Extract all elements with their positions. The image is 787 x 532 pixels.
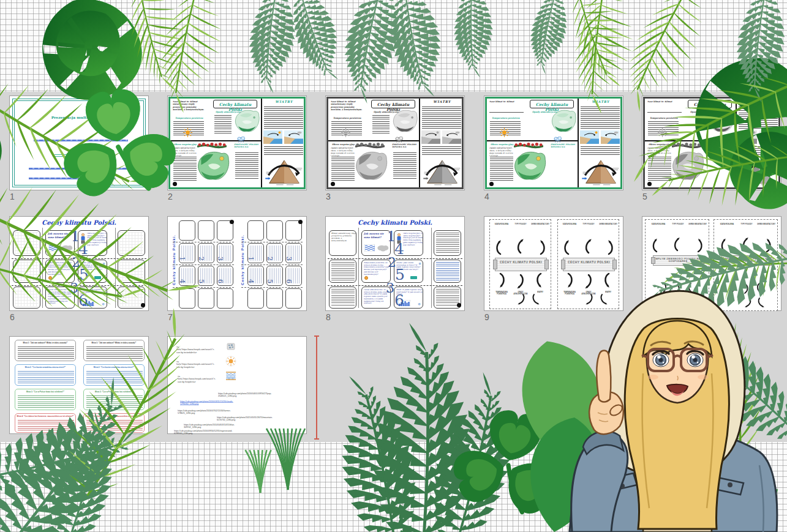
divider [115, 228, 116, 308]
globe-pixel-icon [227, 343, 235, 350]
foehn-wind-mountain-diagram [265, 156, 304, 187]
rain-cloud-icon [711, 137, 722, 143]
asia-map-icon [61, 244, 73, 252]
slide-number-8: 8 [326, 312, 331, 322]
curved-arrows [714, 220, 778, 312]
mini-card [179, 288, 195, 309]
slide-thumbnail-1[interactable]: Prezentacja multimedialna [9, 96, 149, 190]
blank-line [647, 110, 682, 113]
text-lines [173, 157, 197, 181]
mini-card: 5 [198, 266, 214, 286]
sun-icon [500, 128, 509, 137]
mission-box-4b: Misja 4: "Czy dobrze być farmerem, naucz… [83, 413, 145, 433]
answer-card [434, 260, 461, 283]
card-number: 2 [197, 257, 205, 261]
hyperlink-line[interactable] [29, 178, 116, 179]
text-lines [422, 107, 461, 129]
answer-card [434, 230, 461, 256]
slide-number-6: 6 [10, 312, 15, 322]
cut-line [328, 285, 462, 286]
mission-box-3: Misja 3: "Czy w Polsce łatwo być rolniki… [15, 389, 76, 410]
cut-dot-icon [647, 182, 652, 186]
section-temperatura: Temperatura powietrza [492, 116, 524, 119]
okres-text: OKRES WEGETACYJNY - okres, w którym rośl… [173, 147, 197, 157]
section-wiatry: WIATRY [579, 100, 623, 104]
section-wiatry: WIATRY [737, 100, 781, 104]
mini-card [198, 288, 214, 309]
text-lines [393, 152, 416, 179]
slide-thumbnail-9[interactable]: SZATA ROŚLINNA TYPY POGODY OKRES WEGETAC… [484, 216, 623, 311]
waves-icon [364, 244, 375, 252]
sea-breeze-diagram-day [263, 130, 282, 144]
slide-thumbnail-11[interactable]: Misja 1: "Jak tam wakacje? Widać że dobr… [9, 336, 149, 434]
credit-line: https://cdn.pixabay.com/photo/2016/07/02… [178, 409, 218, 414]
card-number: 3 [216, 257, 224, 261]
sea-breeze-diagram-night [601, 130, 620, 144]
title-slide-frame: Prezentacja multimedialna [12, 99, 146, 187]
presentation-title: Prezentacja multimedialna [13, 115, 145, 119]
rain-cloud-icon [553, 137, 564, 143]
slide-thumbnail-3[interactable]: Nasz klimat to: Klimat umiarkowany ciepł… [325, 96, 465, 190]
slide-thumbnail-7[interactable]: Cechy klimatu Polski.123456 Cechy klimat… [167, 216, 307, 311]
slide-thumbnail-2[interactable]: Nasz klimat to: Klimat umiarkowany ciepł… [167, 96, 307, 190]
sun-credit-icon [225, 356, 236, 367]
slide-thumbnail-10[interactable]: SZATA ROŚLINNA TYPY POGODY OKRES WEGETAC… [642, 216, 781, 311]
credit-line: <a href="https://www.freepik.com/search"… [178, 375, 217, 383]
flowers-strip [355, 142, 385, 149]
mission-box-4: Misja 4: "Czy dobrze być farmerem, naucz… [15, 413, 76, 433]
teal-tag-icon [410, 276, 417, 279]
text-lines [214, 115, 232, 135]
mini-card [179, 220, 195, 241]
card-number: 3 [70, 280, 78, 296]
mini-card: 1 [247, 243, 264, 263]
mini-card: 4 [247, 266, 264, 286]
divider [42, 228, 43, 308]
slide-number-1: 1 [10, 192, 15, 201]
mission-box-1: Misja 1: "Jak tam wakacje? Widać że dobr… [15, 340, 76, 361]
answer-card [329, 260, 356, 283]
okres-text: OKRES WEGETACYJNY - okres, w którym rośl… [331, 147, 355, 157]
mindmap-panel: SZATA ROŚLINNA TYPY POGODY OKRES WEGETAC… [557, 219, 619, 309]
text-lines [581, 146, 620, 155]
slide-thumbnail-6[interactable]: Cechy klimatu Polski. Klimat umiarkowany… [9, 216, 149, 311]
answer-card: Klimat umiarkowany ciepły przejściowy po… [13, 230, 40, 256]
scroll-position-marker[interactable] [316, 336, 317, 439]
card-number: 6 [394, 291, 404, 309]
section-zmiennosc: ZMIENNOŚĆ POGODY WPŁYWA NA: [392, 143, 418, 148]
slide-thumbnail-5[interactable]: Nasz klimat to: Klimat umiarkowany ciepł… [642, 96, 781, 190]
mini-card: 4 [179, 266, 195, 286]
credit-line: <a href="https://www.freepik.com/search"… [176, 345, 216, 354]
text-lines [264, 107, 303, 129]
answer-card: Klimat umiarkowany ciepły przejściowy po… [329, 230, 356, 256]
poland-map-precipitation [707, 107, 735, 138]
mini-card: 2 [198, 243, 214, 263]
climate-intro-text: Nasz klimat to: Klimat umiarkowany ciepł… [331, 100, 365, 111]
sea-breeze-diagram-day [738, 130, 757, 144]
slide-thumbnail-4[interactable]: Nasz klimat to: Klimat umiarkowany ciepł… [484, 96, 623, 190]
hyperlink-line[interactable] [34, 140, 128, 141]
mission-box-2: Misja 2: "Czy bocian prawdziwą wiosnę ni… [15, 364, 76, 386]
foldable-cards-half: Cechy klimatu Polski.123456 [240, 219, 304, 312]
slide-thumbnail-8[interactable]: Cechy klimatu Polski. Klimat umiarkowany… [325, 216, 465, 311]
card-number: 6 [285, 279, 293, 283]
mini-card: 6 [217, 266, 233, 286]
text-lines [55, 154, 110, 157]
credit-hyperlink[interactable]: https://cdn.pixabay.com/photo/2016/03/31… [180, 400, 232, 405]
mindmap-panel: SZATA ROŚLINNA TYPY POGODY OKRES WEGETAC… [489, 219, 551, 309]
slide-thumbnail-12[interactable]: <a href="https://www.freepik.com/search"… [167, 336, 307, 434]
teal-tag-icon [94, 276, 101, 279]
slide-number-4: 4 [484, 192, 489, 201]
sea-breeze-diagram-day [580, 130, 599, 144]
flowers-strip [197, 142, 227, 149]
mini-card [217, 288, 233, 309]
snowflake-icon: ❄ [102, 302, 105, 306]
card-number: 5 [266, 279, 274, 283]
card-number: 4 [247, 279, 255, 283]
slide-number-5: 5 [642, 192, 647, 201]
foehn-wind-mountain-diagram [423, 156, 462, 187]
whiteboard-canvas: Prezentacja multimedialna Nasz klimat to… [0, 0, 787, 532]
section-wiatry: WIATRY [262, 100, 306, 104]
poland-map-vegetation [195, 150, 230, 185]
poland-map-precipitation [549, 107, 577, 138]
hyperlink-line[interactable] [29, 168, 132, 170]
